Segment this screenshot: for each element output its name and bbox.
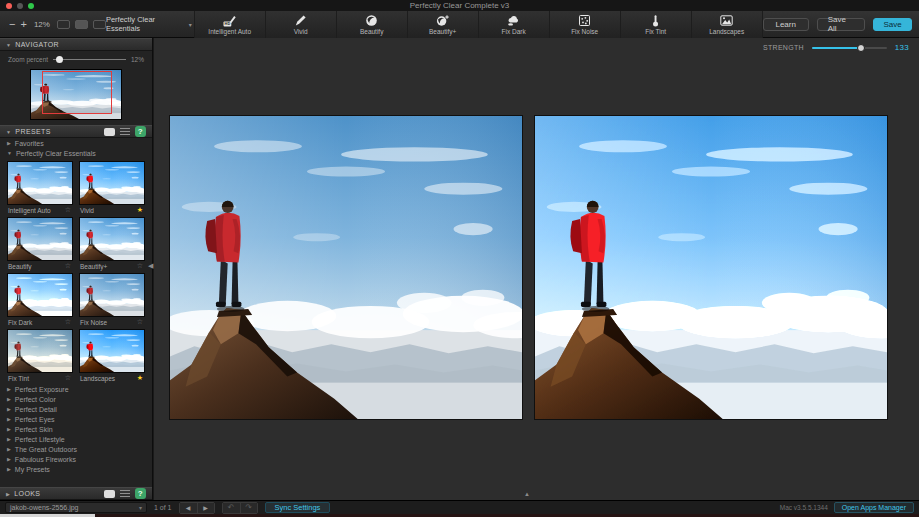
navigator-zoom-value: 12%	[131, 56, 144, 63]
after-image[interactable]	[534, 115, 888, 420]
favorite-star-icon[interactable]: ☆	[65, 374, 71, 382]
preset-thumbnail-image	[80, 218, 144, 260]
learn-button[interactable]: Learn	[763, 18, 809, 31]
favorite-star-icon[interactable]: ☆	[137, 262, 143, 270]
strength-slider-knob[interactable]	[857, 44, 865, 52]
favorite-star-icon[interactable]: ★	[137, 206, 143, 214]
minimize-window-icon[interactable]	[17, 3, 23, 9]
previous-image-button[interactable]: ◀	[180, 503, 197, 513]
preset-group-label: Perfect Lifestyle	[15, 436, 65, 443]
view-mode-single-button[interactable]	[57, 20, 70, 29]
preset-group-favorites[interactable]: ▶ Favorites	[0, 138, 152, 148]
looks-panel-header[interactable]: ▶ LOOKS ?	[0, 487, 152, 500]
tool-vivid[interactable]: Vivid	[266, 11, 337, 38]
help-icon[interactable]: ?	[135, 126, 146, 137]
brush-icon	[294, 14, 307, 27]
close-window-icon[interactable]	[6, 3, 12, 9]
zoom-out-button[interactable]: −	[9, 19, 15, 29]
redo-button[interactable]: ↷	[240, 503, 257, 513]
preset-card-fix-tint[interactable]: Fix Tint☆	[7, 329, 73, 382]
favorite-star-icon[interactable]: ☆	[137, 318, 143, 326]
app-window: Perfectly Clear Complete v3 − + 12% Perf…	[0, 0, 919, 517]
preset-group-great-outdoors[interactable]: ▶The Great Outdoors	[0, 444, 152, 454]
preset-group-label: The Great Outdoors	[15, 446, 77, 453]
preset-group-perfect-exposure[interactable]: ▶Perfect Exposure	[0, 384, 152, 394]
preset-group-essentials[interactable]: ▼ Perfectly Clear Essentials	[0, 148, 152, 158]
preset-group-perfect-eyes[interactable]: ▶Perfect Eyes	[0, 414, 152, 424]
after-photo	[535, 116, 887, 419]
preset-card-fix-dark[interactable]: Fix Dark☆	[7, 273, 73, 326]
preset-group-my-presets[interactable]: ▶My Presets	[0, 464, 152, 474]
preset-group-perfect-color[interactable]: ▶Perfect Color	[0, 394, 152, 404]
open-apps-manager-button[interactable]: Open Apps Manager	[834, 502, 914, 513]
save-button[interactable]: Save	[873, 18, 912, 31]
preset-group-perfect-skin[interactable]: ▶Perfect Skin	[0, 424, 152, 434]
favorite-star-icon[interactable]: ☆	[65, 262, 71, 270]
face-icon	[365, 14, 378, 27]
preset-card-landscapes[interactable]: Landscapes★	[79, 329, 145, 382]
tool-beautify-plus[interactable]: Beautify+	[408, 11, 479, 38]
preset-group-perfect-lifestyle[interactable]: ▶Perfect Lifestyle	[0, 434, 152, 444]
tool-label: Fix Dark	[502, 28, 526, 35]
preset-group-label: Perfect Exposure	[15, 386, 69, 393]
preset-label: Vivid	[80, 207, 94, 214]
before-image[interactable]	[169, 115, 523, 420]
triangle-expanded-icon: ▼	[7, 150, 12, 156]
sync-settings-button[interactable]: Sync Settings	[265, 502, 331, 513]
tool-fix-noise[interactable]: Fix Noise	[550, 11, 621, 38]
preset-group-dropdown-label: Perfectly Clear Essentials	[106, 15, 185, 33]
triangle-collapsed-icon: ▶	[7, 386, 11, 392]
navigator-viewport-rectangle[interactable]	[42, 71, 112, 114]
filmstrip-collapse-arrow-icon[interactable]: ▲	[524, 491, 530, 497]
list-view-icon[interactable]	[120, 490, 130, 497]
navigator-thumbnail[interactable]	[30, 69, 122, 120]
tool-fix-dark[interactable]: Fix Dark	[479, 11, 550, 38]
preset-thumbnail-image	[8, 330, 72, 372]
preset-label: Beautify	[8, 263, 32, 270]
strength-slider[interactable]	[812, 47, 887, 49]
navigator-panel-title: NAVIGATOR	[15, 41, 59, 48]
next-image-button[interactable]: ▶	[197, 503, 214, 513]
chevron-down-icon: ▾	[189, 21, 192, 28]
tool-intelligent-auto[interactable]: HD Intelligent Auto	[195, 11, 266, 38]
presets-panel-header[interactable]: ▼ PRESETS ?	[0, 125, 152, 138]
before-photo	[170, 116, 522, 419]
grid-view-icon[interactable]	[104, 128, 115, 136]
save-all-button[interactable]: Save All	[817, 18, 866, 31]
view-mode-sidebyside-button[interactable]	[93, 20, 106, 29]
preset-card-beautify-plus[interactable]: Beautify+☆	[79, 217, 145, 270]
preset-thumbnail-image	[80, 274, 144, 316]
preset-group-fabulous-fireworks[interactable]: ▶Fabulous Fireworks	[0, 454, 152, 464]
tool-landscapes[interactable]: Landscapes	[692, 11, 763, 38]
undo-button[interactable]: ↶	[223, 503, 240, 513]
navigator-panel-header[interactable]: ▼ NAVIGATOR	[0, 38, 152, 51]
triangle-collapsed-icon: ▶	[7, 426, 11, 432]
preset-label: Intelligent Auto	[8, 207, 51, 214]
favorite-star-icon[interactable]: ★	[137, 374, 143, 382]
preset-label: Fix Tint	[8, 375, 29, 382]
navigator-zoom-slider[interactable]	[53, 59, 126, 60]
tool-fix-tint[interactable]: Fix Tint	[621, 11, 692, 38]
preset-group-dropdown[interactable]: Perfectly Clear Essentials ▾	[106, 15, 192, 33]
tool-beautify[interactable]: Beautify	[337, 11, 408, 38]
zoom-in-button[interactable]: +	[20, 19, 26, 29]
preset-label: Fix Noise	[80, 319, 107, 326]
favorite-star-icon[interactable]: ☆	[65, 206, 71, 214]
navigator-panel: Zoom percent 12%	[0, 51, 152, 125]
view-mode-split-button[interactable]	[75, 20, 88, 29]
favorite-star-icon[interactable]: ☆	[65, 318, 71, 326]
list-view-icon[interactable]	[120, 128, 130, 135]
sidebar-collapse-arrow-icon[interactable]: ◀	[148, 262, 153, 270]
looks-panel-title: LOOKS	[14, 490, 40, 497]
preset-card-beautify[interactable]: Beautify☆	[7, 217, 73, 270]
preset-card-fix-noise[interactable]: Fix Noise☆	[79, 273, 145, 326]
image-canvas: STRENGTH 133	[154, 38, 919, 500]
preset-card-intelligent-auto[interactable]: Intelligent Auto☆	[7, 161, 73, 214]
zoom-window-icon[interactable]	[28, 3, 34, 9]
filename-dropdown[interactable]: jakob-owens-2556.jpg ▾	[5, 502, 147, 513]
preset-card-vivid[interactable]: Vivid★	[79, 161, 145, 214]
preset-group-perfect-detail[interactable]: ▶Perfect Detail	[0, 404, 152, 414]
slider-knob[interactable]	[56, 56, 63, 63]
help-icon[interactable]: ?	[135, 488, 146, 499]
grid-view-icon[interactable]	[104, 490, 115, 498]
